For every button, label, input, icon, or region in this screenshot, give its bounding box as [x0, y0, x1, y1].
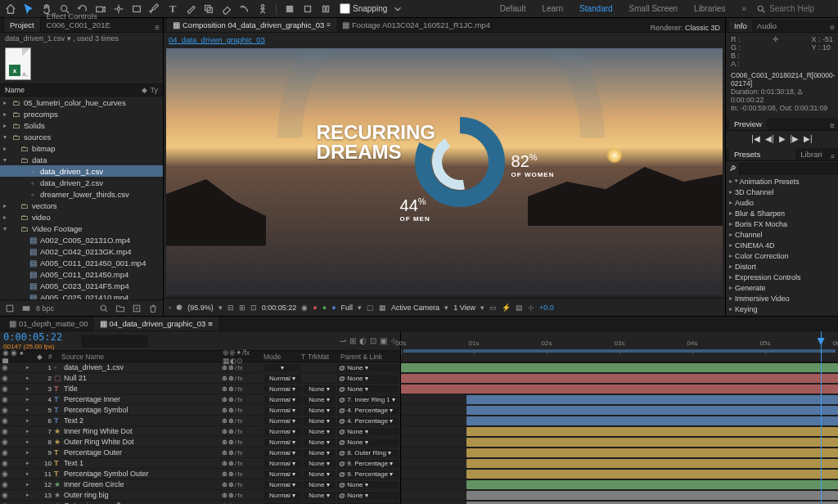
effect-category[interactable]: ▸Distort: [726, 261, 838, 272]
tab-effect-controls[interactable]: Effect Controls C006_C001_201E: [41, 9, 152, 32]
expand-icon[interactable]: ▸: [26, 449, 34, 456]
trkmat-dropdown[interactable]: None ▾: [303, 481, 336, 488]
effect-category[interactable]: ▸Immersive Video: [726, 293, 838, 304]
project-item[interactable]: ▤A002_C042_0213GK.mp4: [0, 245, 163, 257]
track-row[interactable]: [401, 437, 838, 448]
stroke-icon[interactable]: [300, 2, 315, 16]
project-item[interactable]: ▤A005_C011_021450.mp4: [0, 268, 163, 280]
playhead[interactable]: [821, 331, 822, 362]
layer-bar[interactable]: [401, 363, 838, 372]
time-ruler[interactable]: 00s01s02s03s04s05s06s: [401, 331, 838, 362]
layer-bar[interactable]: [466, 406, 838, 415]
visibility-icon[interactable]: ◉: [0, 395, 10, 403]
timeline-layer-row[interactable]: ◉▸13★Outer ring big⊛⊛/fxNormal ▾None ▾@ …: [0, 490, 400, 501]
blend-mode-dropdown[interactable]: Normal ▾: [264, 460, 301, 467]
workspace-more-icon[interactable]: »: [735, 4, 753, 13]
zoom-dropdown[interactable]: (95.9%): [187, 304, 214, 312]
workspace-learn[interactable]: Learn: [535, 4, 570, 13]
color-depth-icon[interactable]: [20, 302, 33, 315]
type-filter-icon[interactable]: Ty: [150, 86, 158, 94]
layer-bar[interactable]: [466, 459, 838, 468]
parent-dropdown[interactable]: @ None ▾: [337, 385, 399, 393]
flowchart-icon[interactable]: ⊹: [528, 304, 534, 312]
project-item[interactable]: ▸🗀05_lumetri_color_hue_curves: [0, 97, 163, 108]
expand-icon[interactable]: ▸: [26, 364, 34, 371]
effect-category[interactable]: ▸CINEMA 4D: [726, 240, 838, 250]
visibility-icon[interactable]: ◉: [0, 374, 10, 382]
layer-bar[interactable]: [466, 491, 838, 500]
project-item[interactable]: ▾🗀sources: [0, 131, 163, 142]
col-trkmat[interactable]: TrkMat: [305, 353, 338, 361]
next-frame-icon[interactable]: |▶: [791, 134, 800, 143]
trkmat-dropdown[interactable]: None ▾: [303, 396, 336, 403]
layer-bar[interactable]: [466, 470, 838, 479]
frame-blend-icon[interactable]: ⊞: [349, 336, 356, 345]
interpret-icon[interactable]: [3, 302, 16, 315]
expand-icon[interactable]: ▸: [26, 417, 34, 424]
panel-menu-icon[interactable]: ≡: [827, 121, 838, 130]
blend-mode-dropdown[interactable]: Normal ▾: [264, 481, 301, 488]
timeline-layer-row[interactable]: ◉▸5TPercentage Symbol⊛⊛/fxNormal ▾None ▾…: [0, 405, 400, 416]
track-row[interactable]: [401, 479, 838, 490]
track-row[interactable]: [401, 362, 838, 373]
layer-bar[interactable]: [466, 416, 838, 425]
search-help-input[interactable]: [769, 4, 835, 13]
effect-category[interactable]: ▸Keying: [726, 304, 838, 314]
panel-menu-icon[interactable]: ≡: [151, 23, 163, 32]
track-row[interactable]: [401, 394, 838, 405]
grid-icon[interactable]: ⊞: [239, 304, 246, 312]
timeline-layer-row[interactable]: ◉▸6TText 2⊛⊛/fxNormal ▾None ▾@ 4. Percen…: [0, 416, 400, 426]
parent-dropdown[interactable]: @ 4. Percentage ▾: [337, 417, 399, 425]
trkmat-dropdown[interactable]: None ▾: [303, 460, 336, 467]
blend-mode-dropdown[interactable]: ▾: [264, 364, 301, 371]
new-folder-icon[interactable]: [114, 302, 127, 315]
layer-bar[interactable]: [466, 448, 838, 457]
fast-preview-icon[interactable]: ⚡: [502, 304, 511, 312]
snapshot-icon[interactable]: ◉: [301, 304, 308, 312]
effect-category[interactable]: ▸* Animation Presets: [726, 176, 838, 187]
parent-dropdown[interactable]: @ None ▾: [337, 428, 399, 435]
close-icon[interactable]: ≡: [327, 21, 331, 29]
layer-bar[interactable]: [401, 374, 838, 383]
expand-icon[interactable]: ▸: [26, 396, 34, 403]
delete-icon[interactable]: [146, 302, 160, 315]
visibility-icon[interactable]: ◉: [0, 480, 10, 488]
effects-search-input[interactable]: [739, 163, 838, 174]
expand-icon[interactable]: ▸: [26, 439, 34, 445]
blend-mode-dropdown[interactable]: Normal ▾: [264, 407, 301, 414]
expand-icon[interactable]: ▸: [26, 407, 34, 413]
parent-dropdown[interactable]: @ None ▾: [337, 439, 399, 446]
renderer-label[interactable]: Renderer: Classic 3D: [645, 24, 725, 32]
timeline-search-input[interactable]: [82, 335, 147, 347]
blend-mode-dropdown[interactable]: Normal ▾: [264, 439, 301, 446]
expand-icon[interactable]: ▸: [26, 375, 34, 381]
project-item[interactable]: ▸🗀video: [0, 211, 163, 223]
track-row[interactable]: [401, 458, 838, 469]
graph-editor-icon[interactable]: ⊡: [370, 336, 376, 345]
effect-category[interactable]: ▸Expression Controls: [726, 272, 838, 282]
tab-audio[interactable]: Audio: [752, 20, 782, 32]
visibility-icon[interactable]: ◉: [0, 459, 10, 467]
resolution-dropdown[interactable]: Full: [341, 304, 354, 312]
snapping-checkbox[interactable]: Snapping: [340, 3, 387, 14]
alpha-icon[interactable]: ⚈: [176, 304, 182, 312]
layer-bar[interactable]: [466, 438, 838, 447]
expand-icon[interactable]: ▸: [26, 470, 34, 477]
timeline-layer-row[interactable]: ◉▸3TTitle⊛⊛/fxNormal ▾None ▾@ None ▾: [0, 384, 400, 394]
effect-category[interactable]: ▸Audio: [726, 197, 838, 208]
visibility-icon[interactable]: ◉: [0, 491, 10, 499]
layer-bar[interactable]: [401, 385, 838, 394]
draft3d-icon[interactable]: ▣: [380, 336, 387, 345]
workspace-standard[interactable]: Standard: [573, 4, 619, 13]
expand-icon[interactable]: ▸: [26, 481, 34, 488]
motion-blur-icon[interactable]: ◐: [359, 336, 367, 345]
project-item[interactable]: ▫data_driven_1.csv: [0, 165, 163, 177]
parent-dropdown[interactable]: @ 4. Percentage ▾: [337, 407, 399, 414]
blend-mode-dropdown[interactable]: Normal ▾: [264, 428, 301, 435]
pixel-aspect-icon[interactable]: ▭: [489, 304, 497, 312]
visibility-icon[interactable]: ◉: [0, 470, 10, 478]
tab-project[interactable]: Project: [3, 17, 41, 32]
tab-effects-presets[interactable]: Effects & Presets: [729, 148, 795, 160]
parent-dropdown[interactable]: @ 9. Percentage ▾: [337, 470, 399, 478]
res-half-icon[interactable]: ⊟: [228, 304, 234, 312]
